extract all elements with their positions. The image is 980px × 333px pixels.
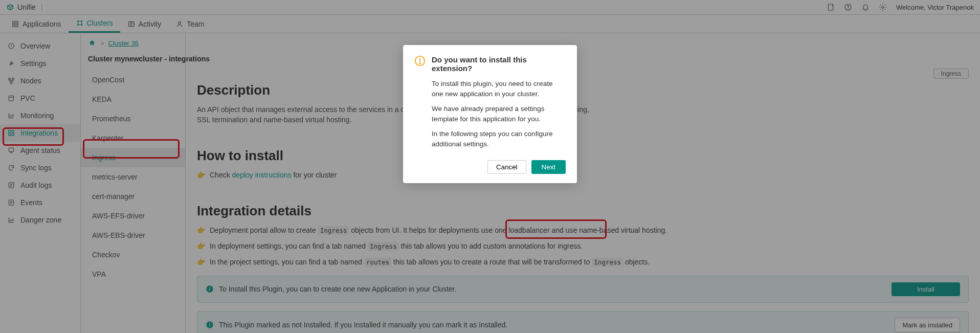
next-button[interactable]: Next	[531, 160, 566, 174]
modal-title: Do you want to install this extension?	[432, 55, 566, 73]
cancel-button[interactable]: Cancel	[487, 160, 526, 174]
confirm-install-modal: Do you want to install this extension? T…	[403, 45, 577, 183]
warning-icon	[414, 55, 426, 66]
modal-text-3: In the following steps you can configure…	[432, 129, 566, 149]
modal-text-1: To install this plugin, you need to crea…	[432, 79, 566, 99]
modal-text-2: We have already prepared a settings temp…	[432, 104, 566, 124]
svg-point-30	[419, 63, 420, 64]
